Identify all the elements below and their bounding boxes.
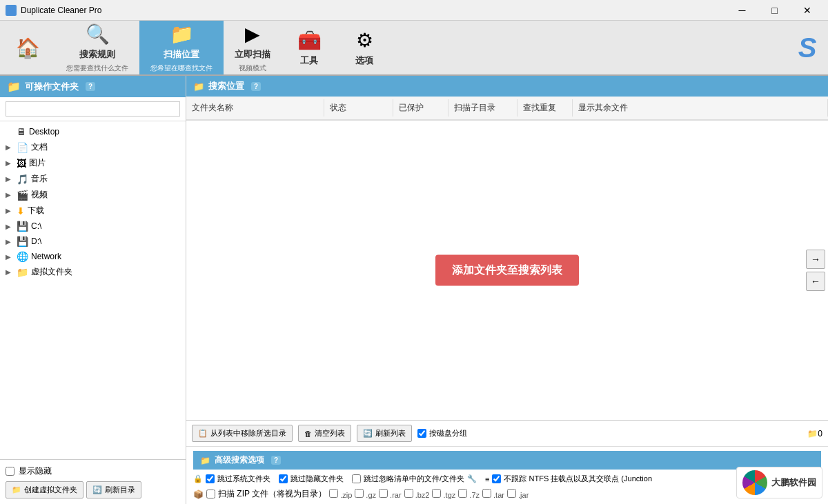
- group-by-disk-option: 按磁盘分组: [417, 428, 467, 439]
- group-by-disk-label: 按磁盘分组: [429, 428, 467, 439]
- remove-selected-button[interactable]: 📋 从列表中移除所选目录: [192, 425, 293, 442]
- zip-options: 📦 扫描 ZIP 文件（将视为目录） .zip .gz .rar .bz2 .t…: [193, 488, 821, 500]
- search-rules-button[interactable]: 🔍 搜索规则 您需要查找什么文件: [55, 21, 139, 74]
- skip-ignore-label: 跳过忽略清单中的文件/文件夹: [364, 474, 464, 484]
- folder-tree: 🖥Desktop▶📄文档▶🖼图片▶🎵音乐▶🎬视频▶⬇下载▶💾C:\▶💾D:\▶🌐…: [0, 121, 186, 459]
- scan-now-button[interactable]: ▶ 立即扫描 视频模式: [224, 21, 282, 74]
- clear-list-button[interactable]: 🗑 清空列表: [298, 425, 351, 442]
- scan-location-label: 扫描位置: [164, 48, 199, 61]
- scan-now-sub: 视频模式: [239, 63, 266, 73]
- options-button[interactable]: ⚙ 选项: [337, 21, 392, 74]
- create-virtual-folder-button[interactable]: 📁 创建虚拟文件夹: [6, 481, 83, 498]
- create-virtual-label: 创建虚拟文件夹: [24, 485, 77, 495]
- scroll-buttons: → ←: [806, 250, 825, 291]
- tree-arrow: ▶: [6, 238, 14, 245]
- tree-item-icon: 📁: [17, 267, 28, 278]
- refresh-list-label: 刷新列表: [375, 428, 406, 439]
- advanced-section: 📁 高级搜索选项 ? 🔒 跳过系统文件夹 跳过隐藏文件夹: [186, 447, 828, 504]
- tree-item-label: 文档: [31, 141, 48, 153]
- col-protected: 已保护: [393, 99, 448, 117]
- app-title: Duplicate Cleaner Pro: [21, 6, 101, 15]
- folder-panel-icon: 📁: [7, 80, 21, 93]
- advanced-help-badge[interactable]: ?: [271, 456, 281, 465]
- tree-arrow: ▶: [6, 159, 14, 167]
- advanced-icon: 📁: [200, 456, 210, 465]
- scroll-left-button[interactable]: ←: [806, 272, 825, 291]
- zip-checkbox[interactable]: [206, 490, 215, 498]
- right-panel-title: 搜索位置: [208, 80, 244, 92]
- help-badge[interactable]: ?: [86, 82, 95, 91]
- tree-item-icon: 💾: [17, 236, 28, 247]
- app-logo: S: [787, 21, 828, 74]
- file-count: 📁0: [807, 429, 822, 439]
- window-controls: ─ □ ✕: [727, 0, 822, 21]
- folder-icon: 📁: [170, 23, 194, 46]
- toolbar-spacer: [392, 21, 787, 74]
- skip-ignore-option: 跳过忽略清单中的文件/文件夹 🔧: [352, 474, 477, 484]
- right-help-badge[interactable]: ?: [251, 82, 261, 91]
- show-hidden-label: 显示隐藏: [19, 465, 52, 477]
- tree-item-label: D:\: [31, 236, 41, 246]
- refresh-list-button[interactable]: 🔄 刷新列表: [357, 425, 412, 442]
- skip-system-checkbox[interactable]: [206, 474, 215, 483]
- close-button[interactable]: ✕: [791, 0, 822, 21]
- clear-icon: 🗑: [304, 430, 312, 438]
- group-by-disk-checkbox[interactable]: [417, 429, 426, 438]
- tree-item-label: Network: [31, 252, 61, 261]
- logo-letter: S: [798, 32, 817, 63]
- tree-item[interactable]: ▶🎬视频: [0, 187, 186, 203]
- tree-item[interactable]: ▶⬇下载: [0, 203, 186, 219]
- home-button[interactable]: 🏠: [0, 21, 55, 74]
- tools-label: 工具: [300, 54, 318, 67]
- tree-item[interactable]: ▶💾C:\: [0, 219, 186, 234]
- right-panel-header: 📁 搜索位置 ?: [186, 76, 828, 97]
- scan-location-button[interactable]: 📁 扫描位置 您希望在哪查找文件: [139, 21, 224, 74]
- options-label: 选项: [355, 54, 373, 67]
- tree-arrow: ▶: [6, 175, 14, 183]
- table-header: 文件夹名称 状态 已保护 扫描子目录 查找重复 显示其余文件: [186, 97, 828, 121]
- refresh-directory-button[interactable]: 🔄 刷新目录: [86, 481, 141, 498]
- bottom-buttons: 📁 创建虚拟文件夹 🔄 刷新目录: [6, 481, 180, 498]
- skip-hidden-label: 跳过隐藏文件夹: [290, 474, 344, 484]
- remove-label: 从列表中移除所选目录: [210, 428, 286, 439]
- play-icon: ▶: [245, 23, 260, 46]
- tree-item[interactable]: ▶💾D:\: [0, 234, 186, 249]
- col-show-others: 显示其余文件: [573, 99, 828, 117]
- right-footer: 📋 从列表中移除所选目录 🗑 清空列表 🔄 刷新列表 按磁盘分组 📁0: [186, 420, 828, 504]
- minimize-button[interactable]: ─: [727, 0, 758, 21]
- zip-ext-bz2: .bz2: [404, 489, 430, 499]
- skip-ignore-checkbox[interactable]: [352, 474, 361, 483]
- tree-item-icon: 🎬: [17, 190, 28, 201]
- tree-item[interactable]: ▶🎵音乐: [0, 171, 186, 187]
- tools-button[interactable]: 🧰 工具: [282, 21, 337, 74]
- left-panel: 📁 可操作文件夹 ? 🖥Desktop▶📄文档▶🖼图片▶🎵音乐▶🎬视频▶⬇下载▶…: [0, 76, 186, 504]
- tree-item[interactable]: ▶📁虚拟文件夹: [0, 264, 186, 280]
- folder-search-input[interactable]: [6, 101, 180, 117]
- tree-item-icon: ⬇: [17, 205, 25, 216]
- footer-toolbar: 📋 从列表中移除所选目录 🗑 清空列表 🔄 刷新列表 按磁盘分组 📁0: [186, 421, 828, 447]
- scroll-right-button[interactable]: →: [806, 250, 825, 269]
- tree-item-label: 图片: [29, 157, 46, 169]
- app-icon: [6, 5, 17, 16]
- tree-item[interactable]: ▶🌐Network: [0, 249, 186, 264]
- tree-item[interactable]: ▶📄文档: [0, 139, 186, 155]
- tree-item-label: Desktop: [29, 127, 59, 137]
- search-icon: 🔍: [86, 23, 110, 46]
- refresh-dir-label: 刷新目录: [105, 485, 135, 495]
- maximize-button[interactable]: □: [759, 0, 790, 21]
- scan-location-sub: 您希望在哪查找文件: [150, 63, 213, 73]
- search-rules-sub: 您需要查找什么文件: [66, 63, 128, 73]
- left-panel-title: 可操作文件夹: [25, 81, 79, 93]
- right-panel-icon: 📁: [193, 81, 204, 92]
- skip-hidden-checkbox[interactable]: [279, 474, 288, 483]
- tree-item[interactable]: 🖥Desktop: [0, 124, 186, 139]
- tools-icon: 🧰: [297, 29, 322, 52]
- add-folder-button[interactable]: 添加文件夹至搜索列表: [435, 255, 579, 286]
- tree-arrow: ▶: [6, 268, 14, 276]
- ntfs-checkbox[interactable]: [492, 474, 501, 483]
- tree-item[interactable]: ▶🖼图片: [0, 155, 186, 171]
- skip-hidden-option: 跳过隐藏文件夹: [279, 474, 344, 484]
- show-hidden-checkbox[interactable]: [6, 467, 14, 476]
- ntfs-option: ≡ 不跟踪 NTFS 挂载点以及其交联点 (Junction: [485, 474, 652, 484]
- tree-item-icon: 🖼: [17, 158, 26, 169]
